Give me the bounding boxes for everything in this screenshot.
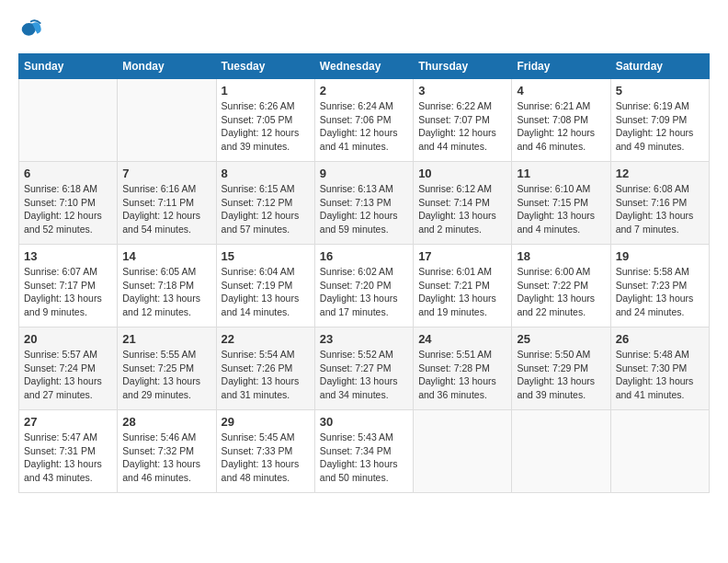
calendar-cell: 17 Sunrise: 6:01 AM Sunset: 7:21 PM Dayl… [414,245,512,327]
calendar-cell [512,410,610,493]
day-number: 23 [320,332,408,346]
day-info: Sunrise: 5:47 AM Sunset: 7:31 PM Dayligh… [24,431,112,485]
day-number: 21 [122,332,210,346]
day-number: 18 [517,249,605,263]
day-number: 24 [418,332,506,346]
week-row-3: 13 Sunrise: 6:07 AM Sunset: 7:17 PM Dayl… [19,245,710,327]
day-info: Sunrise: 5:54 AM Sunset: 7:26 PM Dayligh… [222,348,310,402]
calendar-cell: 22 Sunrise: 5:54 AM Sunset: 7:26 PM Dayl… [216,327,314,410]
day-info: Sunrise: 6:18 AM Sunset: 7:10 PM Dayligh… [24,182,112,236]
header-row: SundayMondayTuesdayWednesdayThursdayFrid… [19,54,710,79]
header-day-sunday: Sunday [19,54,118,79]
day-number: 26 [616,332,704,346]
calendar-cell: 5 Sunrise: 6:19 AM Sunset: 7:09 PM Dayli… [610,79,709,162]
header-day-saturday: Saturday [610,54,709,79]
day-number: 19 [616,249,704,263]
calendar-cell: 8 Sunrise: 6:15 AM Sunset: 7:12 PM Dayli… [216,162,314,245]
day-number: 14 [122,249,210,263]
calendar-cell: 7 Sunrise: 6:16 AM Sunset: 7:11 PM Dayli… [118,162,216,245]
day-number: 27 [24,415,112,429]
day-number: 30 [320,415,408,429]
day-number: 16 [320,249,408,263]
calendar-body: 1 Sunrise: 6:26 AM Sunset: 7:05 PM Dayli… [19,79,710,493]
header-day-thursday: Thursday [414,54,512,79]
calendar-cell: 23 Sunrise: 5:52 AM Sunset: 7:27 PM Dayl… [314,327,413,410]
calendar-cell [118,79,216,162]
week-row-2: 6 Sunrise: 6:18 AM Sunset: 7:10 PM Dayli… [19,162,710,245]
calendar-cell: 26 Sunrise: 5:48 AM Sunset: 7:30 PM Dayl… [610,327,709,410]
day-info: Sunrise: 6:07 AM Sunset: 7:17 PM Dayligh… [24,265,112,319]
day-info: Sunrise: 5:51 AM Sunset: 7:28 PM Dayligh… [418,348,506,402]
day-info: Sunrise: 6:08 AM Sunset: 7:16 PM Dayligh… [616,182,704,236]
day-number: 7 [122,167,210,180]
day-number: 12 [616,167,704,180]
calendar-cell: 13 Sunrise: 6:07 AM Sunset: 7:17 PM Dayl… [19,245,118,327]
calendar-cell: 21 Sunrise: 5:55 AM Sunset: 7:25 PM Dayl… [118,327,216,410]
week-row-5: 27 Sunrise: 5:47 AM Sunset: 7:31 PM Dayl… [19,410,710,493]
day-info: Sunrise: 5:58 AM Sunset: 7:23 PM Dayligh… [616,265,704,319]
calendar-cell: 10 Sunrise: 6:12 AM Sunset: 7:14 PM Dayl… [414,162,512,245]
header-day-friday: Friday [512,54,610,79]
day-number: 22 [222,332,310,346]
day-info: Sunrise: 5:48 AM Sunset: 7:30 PM Dayligh… [616,348,704,402]
day-number: 5 [616,84,704,98]
day-info: Sunrise: 5:45 AM Sunset: 7:33 PM Dayligh… [222,431,310,485]
day-number: 15 [222,249,310,263]
day-number: 10 [418,167,506,180]
day-info: Sunrise: 5:43 AM Sunset: 7:34 PM Dayligh… [320,431,408,485]
day-info: Sunrise: 6:21 AM Sunset: 7:08 PM Dayligh… [517,99,605,154]
day-info: Sunrise: 5:55 AM Sunset: 7:25 PM Dayligh… [122,348,210,402]
header-day-wednesday: Wednesday [314,54,413,79]
day-info: Sunrise: 6:04 AM Sunset: 7:19 PM Dayligh… [222,265,310,319]
calendar-table: SundayMondayTuesdayWednesdayThursdayFrid… [18,53,710,493]
calendar-cell: 25 Sunrise: 5:50 AM Sunset: 7:29 PM Dayl… [512,327,610,410]
day-number: 20 [24,332,112,346]
day-number: 17 [418,249,506,263]
calendar-cell: 30 Sunrise: 5:43 AM Sunset: 7:34 PM Dayl… [314,410,413,493]
calendar-header: SundayMondayTuesdayWednesdayThursdayFrid… [19,54,710,79]
header-day-monday: Monday [118,54,216,79]
day-number: 29 [222,415,310,429]
calendar-cell: 9 Sunrise: 6:13 AM Sunset: 7:13 PM Dayli… [314,162,413,245]
week-row-1: 1 Sunrise: 6:26 AM Sunset: 7:05 PM Dayli… [19,79,710,162]
day-number: 28 [122,415,210,429]
day-number: 11 [517,167,605,180]
calendar-cell: 11 Sunrise: 6:10 AM Sunset: 7:15 PM Dayl… [512,162,610,245]
day-number: 4 [517,84,605,98]
day-number: 1 [222,84,310,98]
week-row-4: 20 Sunrise: 5:57 AM Sunset: 7:24 PM Dayl… [19,327,710,410]
day-info: Sunrise: 6:05 AM Sunset: 7:18 PM Dayligh… [122,265,210,319]
day-info: Sunrise: 6:26 AM Sunset: 7:05 PM Dayligh… [222,99,310,154]
day-info: Sunrise: 6:00 AM Sunset: 7:22 PM Dayligh… [517,265,605,319]
calendar-cell: 1 Sunrise: 6:26 AM Sunset: 7:05 PM Dayli… [216,79,314,162]
calendar-cell: 3 Sunrise: 6:22 AM Sunset: 7:07 PM Dayli… [414,79,512,162]
day-number: 6 [24,167,112,180]
day-info: Sunrise: 6:24 AM Sunset: 7:06 PM Dayligh… [320,99,408,154]
calendar-cell: 19 Sunrise: 5:58 AM Sunset: 7:23 PM Dayl… [610,245,709,327]
calendar-cell: 28 Sunrise: 5:46 AM Sunset: 7:32 PM Dayl… [118,410,216,493]
day-info: Sunrise: 5:52 AM Sunset: 7:27 PM Dayligh… [320,348,408,402]
logo-icon [18,18,44,44]
calendar-cell: 18 Sunrise: 6:00 AM Sunset: 7:22 PM Dayl… [512,245,610,327]
calendar-cell [414,410,512,493]
day-info: Sunrise: 6:02 AM Sunset: 7:20 PM Dayligh… [320,265,408,319]
calendar-cell [19,79,118,162]
day-number: 8 [222,167,310,180]
day-number: 2 [320,84,408,98]
header-day-tuesday: Tuesday [216,54,314,79]
calendar-cell: 6 Sunrise: 6:18 AM Sunset: 7:10 PM Dayli… [19,162,118,245]
calendar-cell: 20 Sunrise: 5:57 AM Sunset: 7:24 PM Dayl… [19,327,118,410]
day-info: Sunrise: 6:15 AM Sunset: 7:12 PM Dayligh… [222,182,310,236]
logo [18,18,48,44]
day-number: 9 [320,167,408,180]
calendar-cell: 2 Sunrise: 6:24 AM Sunset: 7:06 PM Dayli… [314,79,413,162]
day-info: Sunrise: 6:12 AM Sunset: 7:14 PM Dayligh… [418,182,506,236]
day-info: Sunrise: 6:19 AM Sunset: 7:09 PM Dayligh… [616,99,704,154]
day-info: Sunrise: 6:16 AM Sunset: 7:11 PM Dayligh… [122,182,210,236]
day-number: 3 [418,84,506,98]
day-info: Sunrise: 6:01 AM Sunset: 7:21 PM Dayligh… [418,265,506,319]
day-info: Sunrise: 6:10 AM Sunset: 7:15 PM Dayligh… [517,182,605,236]
calendar-cell: 16 Sunrise: 6:02 AM Sunset: 7:20 PM Dayl… [314,245,413,327]
calendar-cell: 14 Sunrise: 6:05 AM Sunset: 7:18 PM Dayl… [118,245,216,327]
day-info: Sunrise: 6:22 AM Sunset: 7:07 PM Dayligh… [418,99,506,154]
